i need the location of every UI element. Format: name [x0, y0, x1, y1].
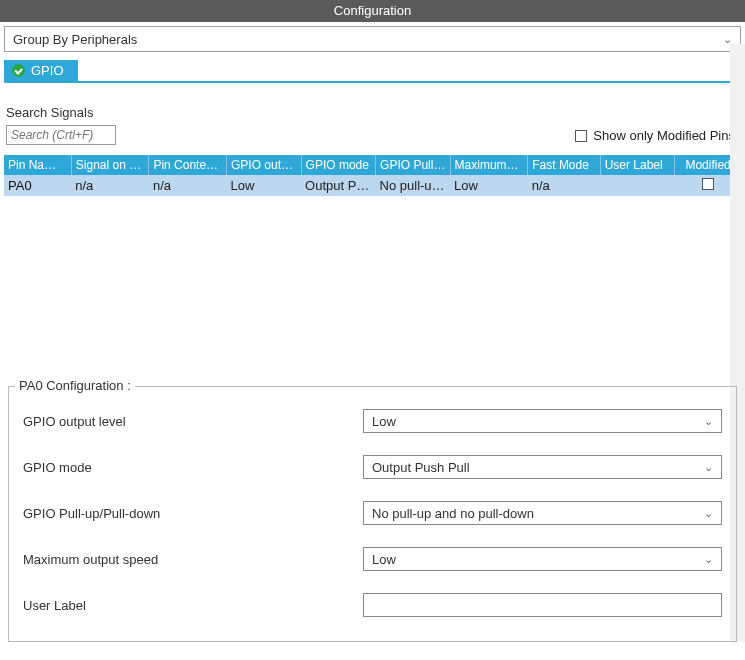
- title-text: Configuration: [334, 3, 411, 18]
- chevron-down-icon: ⌄: [704, 507, 713, 520]
- checkbox-icon: [702, 178, 714, 190]
- group-by-select[interactable]: Group By Peripherals ⌄: [4, 26, 741, 52]
- tab-label: GPIO: [31, 63, 64, 78]
- cell-gpio-mode: Output Pu…: [301, 175, 376, 196]
- select-output-level-value: Low: [372, 414, 396, 429]
- select-pull-value: No pull-up and no pull-down: [372, 506, 534, 521]
- col-gpio-mode[interactable]: GPIO mode: [301, 155, 376, 175]
- tab-gpio[interactable]: GPIO: [4, 60, 78, 81]
- sort-asc-icon: ▲: [58, 161, 67, 171]
- col-gpio-out[interactable]: GPIO out…: [227, 155, 302, 175]
- col-context[interactable]: Pin Conte…: [149, 155, 227, 175]
- show-modified-toggle[interactable]: Show only Modified Pins: [575, 128, 735, 143]
- col-signal[interactable]: Signal on …: [71, 155, 149, 175]
- cell-max: Low: [450, 175, 528, 196]
- checkbox-icon: [575, 130, 587, 142]
- label-gpio-mode: GPIO mode: [23, 460, 363, 475]
- pin-config-panel: PA0 Configuration : GPIO output level Lo…: [8, 386, 737, 642]
- search-label: Search Signals: [6, 105, 116, 120]
- select-pull[interactable]: No pull-up and no pull-down ⌄: [363, 501, 722, 525]
- label-output-level: GPIO output level: [23, 414, 363, 429]
- tab-row: GPIO: [4, 60, 741, 83]
- select-gpio-mode[interactable]: Output Push Pull ⌄: [363, 455, 722, 479]
- cell-signal: n/a: [71, 175, 149, 196]
- col-pin-name[interactable]: Pin Na…▲: [4, 155, 71, 175]
- cell-user-label: [600, 175, 675, 196]
- chevron-down-icon: ⌄: [704, 553, 713, 566]
- cell-gpio-out: Low: [227, 175, 302, 196]
- cell-fast: n/a: [528, 175, 600, 196]
- chevron-down-icon: ⌄: [704, 461, 713, 474]
- chevron-down-icon: ⌄: [704, 415, 713, 428]
- signals-table: Pin Na…▲ Signal on … Pin Conte… GPIO out…: [4, 155, 741, 196]
- table-header-row: Pin Na…▲ Signal on … Pin Conte… GPIO out…: [4, 155, 741, 175]
- search-input[interactable]: [6, 125, 116, 145]
- select-max-speed[interactable]: Low ⌄: [363, 547, 722, 571]
- label-pull: GPIO Pull-up/Pull-down: [23, 506, 363, 521]
- cell-context: n/a: [149, 175, 227, 196]
- pin-config-title: PA0 Configuration :: [15, 378, 135, 393]
- check-circle-icon: [12, 64, 25, 77]
- select-max-speed-value: Low: [372, 552, 396, 567]
- show-modified-label: Show only Modified Pins: [593, 128, 735, 143]
- label-max-speed: Maximum output speed: [23, 552, 363, 567]
- col-user-label[interactable]: User Label: [600, 155, 675, 175]
- col-gpio-pull[interactable]: GPIO Pull…: [376, 155, 451, 175]
- select-output-level[interactable]: Low ⌄: [363, 409, 722, 433]
- title-bar: Configuration: [0, 0, 745, 22]
- select-gpio-mode-value: Output Push Pull: [372, 460, 470, 475]
- col-max[interactable]: Maximum…: [450, 155, 528, 175]
- cell-pin-name: PA0: [4, 175, 71, 196]
- group-by-value: Group By Peripherals: [13, 32, 137, 47]
- spacer: [4, 196, 741, 386]
- col-fast[interactable]: Fast Mode: [528, 155, 600, 175]
- label-user-label: User Label: [23, 598, 363, 613]
- input-user-label[interactable]: [363, 593, 722, 617]
- table-row[interactable]: PA0 n/a n/a Low Output Pu… No pull-up… L…: [4, 175, 741, 196]
- cell-gpio-pull: No pull-up…: [376, 175, 451, 196]
